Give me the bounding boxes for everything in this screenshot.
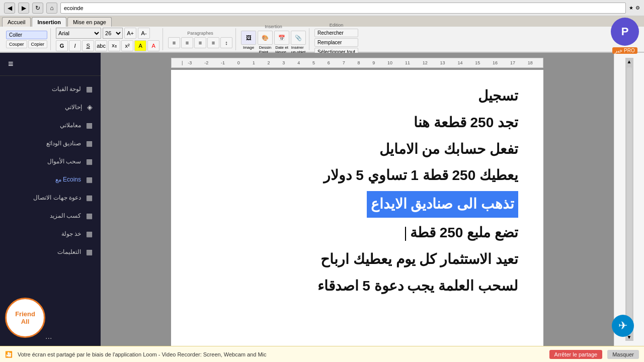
font-grow-btn[interactable]: A+ <box>124 28 136 39</box>
font-shrink-btn[interactable]: A- <box>138 28 150 39</box>
forward-button[interactable]: ▶ <box>18 3 29 14</box>
edition-group: Edition Rechercher Remplacer Sélectionne… <box>311 28 361 50</box>
insertion-group: Insertion 🖼 Image 🎨 DessinPaint 📅 Date e… <box>238 28 309 50</box>
align-center-btn[interactable]: ≡ <box>181 37 193 48</box>
loom-notification-text: Votre écran est partagé par le biais de … <box>18 351 544 357</box>
tab-misepage[interactable]: Mise en page <box>67 17 112 27</box>
image-btn[interactable]: 🖼 <box>241 31 256 45</box>
remplacer-button[interactable]: Remplacer <box>314 38 358 47</box>
invite-icon: ▦ <box>86 194 93 202</box>
sidebar-items: ▦ لوحة الفيات ◈ إحالاتي ▦ معاملاتي ▦ صنا… <box>0 76 101 296</box>
help-icon: ▦ <box>86 248 93 256</box>
ecoins-icon: ▦ <box>86 175 93 184</box>
sidebar-item-dashboard[interactable]: ▦ لوحة الفيات <box>0 80 101 98</box>
back-button[interactable]: ◀ <box>4 3 15 14</box>
earn-icon: ▦ <box>86 212 93 220</box>
tab-accueil[interactable]: Accueil <box>2 17 31 27</box>
sidebar-header: ≡ <box>0 53 101 76</box>
referrals-icon: ◈ <box>87 103 93 111</box>
doc-line-3: تفعل حسابك من الامايل <box>196 138 518 161</box>
doc-line-7: تعيد الاستثمار كل يوم يعطيك ارباح <box>196 248 518 271</box>
transactions-icon: ▦ <box>86 121 93 129</box>
sidebar-item-earn[interactable]: ▦ كسب المزيد <box>0 207 101 225</box>
subscript-btn[interactable]: x₂ <box>108 40 120 51</box>
spacing-btn[interactable]: ↕ <box>220 37 232 48</box>
couper-button[interactable]: Couper <box>6 40 27 48</box>
font-name-select[interactable]: Arial <box>56 28 101 39</box>
italic-btn[interactable]: I <box>69 40 81 51</box>
toolbar-ribbon: Coller Couper Copier Arial 26 A+ <box>0 27 644 52</box>
dashboard-icon: ▦ <box>86 85 93 93</box>
sidebar-item-ecoins[interactable]: ▦ Ecoins مع <box>0 170 101 189</box>
highlight-btn[interactable]: A <box>134 40 146 51</box>
underline-btn[interactable]: S <box>82 40 94 51</box>
pro-badge: خبر PRO <box>612 47 637 54</box>
url-bar[interactable] <box>60 3 626 14</box>
telegram-button[interactable]: ✈ <box>612 315 614 337</box>
sidebar-menu-icon[interactable]: ≡ <box>8 59 14 69</box>
document-page[interactable]: تسجيل تجد 250 قطعة هنا تفعل حسابك من الا… <box>171 70 543 346</box>
home-button[interactable]: ⌂ <box>46 3 57 14</box>
right-panel: ▲ ▼ <box>614 53 644 346</box>
ruler: | -3-2-10123456789101112131415161718 <box>171 58 543 68</box>
word-toolbar: Accueil Insertion Mise en page Coller Co… <box>0 16 644 53</box>
profile-avatar[interactable]: P <box>611 18 639 46</box>
clipboard-group: Coller Couper Copier <box>3 28 51 50</box>
font-group: Arial 26 A+ A- G I S abc x₂ x² A A <box>53 28 163 50</box>
bold-btn[interactable]: G <box>56 40 68 51</box>
copier-button[interactable]: Copier <box>28 40 48 48</box>
sidebar: ≡ ▦ لوحة الفيات ◈ إحالاتي ▦ معاملاتي ▦ ص… <box>0 53 101 346</box>
sidebar-item-deposits[interactable]: ▦ صناديق الودائع <box>0 134 101 152</box>
refresh-button[interactable]: ↻ <box>32 3 43 14</box>
date-btn[interactable]: 📅 <box>274 31 289 45</box>
align-left-btn[interactable]: ≡ <box>168 37 180 48</box>
main-area: ≡ ▦ لوحة الفيات ◈ إحالاتي ▦ معاملاتي ▦ ص… <box>0 53 644 346</box>
deposits-icon: ▦ <box>86 139 93 147</box>
loom-notification-icon: 🎦 <box>5 351 13 358</box>
sidebar-item-tour[interactable]: ▦ خذ جولة <box>0 225 101 243</box>
rechercher-button[interactable]: Rechercher <box>314 29 358 37</box>
document-area: | -3-2-10123456789101112131415161718 تسج… <box>101 53 614 346</box>
doc-line-2: تجد 250 قطعة هنا <box>196 112 518 134</box>
withdraw-icon: ▦ <box>86 157 93 165</box>
doc-line-6: تضع ملبع 250 قطة <box>196 222 518 244</box>
stop-sharing-button[interactable]: Arrêter le partage <box>549 350 603 359</box>
font-size-select[interactable]: 26 <box>103 28 123 39</box>
paint-btn[interactable]: 🎨 <box>258 31 273 45</box>
hide-button[interactable]: Masquer <box>607 350 639 359</box>
sidebar-item-referrals[interactable]: ◈ إحالاتي <box>0 98 101 116</box>
bookmark-icon: ★ <box>629 5 633 11</box>
tab-insertion[interactable]: Insertion <box>32 17 66 27</box>
sidebar-item-transactions[interactable]: ▦ معاملاتي <box>0 116 101 134</box>
coller-button[interactable]: Coller <box>6 31 47 39</box>
friend-all-circle[interactable]: Friend All <box>5 298 45 338</box>
insert-btn[interactable]: 📎 <box>291 31 306 45</box>
align-right-btn[interactable]: ≡ <box>194 37 206 48</box>
doc-line-4: يعطيك 250 قطة 1 تساوي 5 دولار <box>196 164 518 187</box>
text-cursor <box>405 227 406 241</box>
superscript-btn[interactable]: x² <box>121 40 133 51</box>
sidebar-item-invite[interactable]: ▦ دعوة جهات الاتصال <box>0 189 101 207</box>
doc-line-1: تسجيل <box>196 85 518 108</box>
justify-btn[interactable]: ≡ <box>207 37 219 48</box>
scroll-up-btn[interactable]: ▲ <box>626 58 633 65</box>
color-btn[interactable]: A <box>147 40 159 51</box>
strikethrough-btn[interactable]: abc <box>95 40 107 51</box>
doc-line-5-highlighted: تذهب الى صناديق الايداع <box>367 191 518 218</box>
sidebar-item-help[interactable]: ▦ التعليمات <box>0 243 101 261</box>
browser-bar: ◀ ▶ ↻ ⌂ ★ ⚙ <box>0 0 644 16</box>
paragraph-group: Paragraphes ≡ ≡ ≡ ≡ ↕ <box>165 28 236 50</box>
doc-line-8: لسحب العلمة يجب دعوة 5 اصدقاء <box>196 275 518 298</box>
more-options-button[interactable]: ... <box>45 332 52 341</box>
settings-icon: ⚙ <box>635 5 640 11</box>
tour-icon: ▦ <box>86 230 93 238</box>
sidebar-item-withdraw[interactable]: ▦ سحب الأموال <box>0 152 101 170</box>
bottom-notification-bar: 🎦 Votre écran est partagé par le biais d… <box>0 346 644 362</box>
